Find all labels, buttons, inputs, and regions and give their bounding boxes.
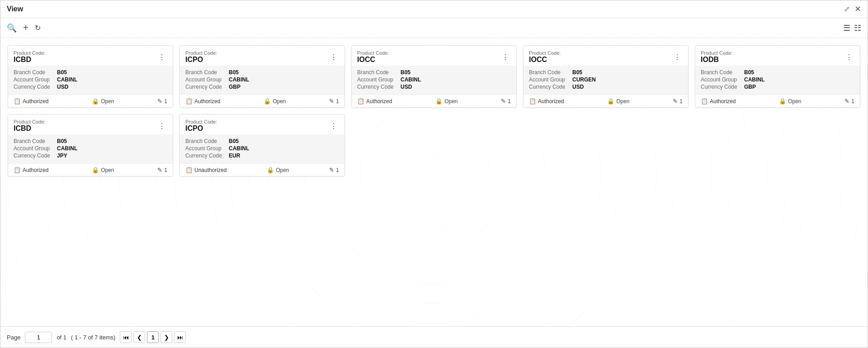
card-open[interactable]: 🔒 Open (264, 98, 286, 105)
account-group-value: CABINL (57, 76, 77, 83)
add-icon[interactable]: + (23, 23, 28, 33)
card-status[interactable]: 📋 Unauthorized (185, 167, 226, 173)
status-icon: 📋 (185, 98, 193, 105)
open-icon: 🔒 (92, 98, 99, 105)
branch-code-value: B05 (57, 69, 67, 76)
status-label: Authorized (194, 98, 220, 105)
toolbar: 🔍 + ↻ ☰ ☷ (0, 18, 868, 38)
status-icon: 📋 (529, 98, 536, 105)
product-code-label: Product Code: (529, 50, 561, 56)
page-range: ( 1 - 7 of 7 items) (71, 334, 115, 341)
card-menu-button[interactable]: ⋮ (156, 52, 167, 62)
next-page-button[interactable]: ❯ (160, 331, 172, 343)
card-open[interactable]: 🔒 Open (607, 98, 629, 105)
card-menu-button[interactable]: ⋮ (328, 121, 339, 131)
currency-code-label: Currency Code (357, 84, 398, 90)
status-icon: 📋 (185, 167, 193, 173)
card-menu-button[interactable]: ⋮ (844, 52, 854, 62)
page-input[interactable] (25, 332, 52, 343)
card-footer: 📋 Authorized 🔒 Open ✎ 1 (8, 95, 173, 107)
title-bar: View ⤢ ✕ (0, 0, 868, 18)
card-menu-button[interactable]: ⋮ (156, 121, 167, 131)
open-icon: 🔒 (435, 98, 443, 105)
branch-code-value: B05 (57, 138, 67, 144)
card-status[interactable]: 📋 Authorized (357, 98, 392, 105)
card-status[interactable]: 📋 Authorized (14, 98, 48, 105)
status-icon: 📋 (14, 98, 21, 105)
card-footer: 📋 Authorized 🔒 Open ✎ 1 (180, 95, 344, 107)
card-status[interactable]: 📋 Authorized (14, 167, 48, 173)
account-group-label: Account Group (701, 76, 741, 83)
refresh-icon[interactable]: ↻ (35, 24, 41, 32)
card-open[interactable]: 🔒 Open (435, 98, 458, 105)
status-icon: 📋 (701, 98, 708, 105)
card-open[interactable]: 🔒 Open (92, 167, 114, 173)
currency-code-value: EUR (229, 153, 240, 159)
card-body: Branch Code B05 Account Group CABINL Cur… (8, 134, 173, 163)
edit-count: 1 (851, 98, 854, 105)
open-label: Open (276, 167, 289, 173)
card-edit[interactable]: ✎ 1 (844, 98, 854, 105)
branch-code-value: B05 (229, 138, 239, 144)
card-edit[interactable]: ✎ 1 (673, 98, 683, 105)
account-group-value: CABINL (401, 76, 421, 83)
status-icon: 📋 (14, 167, 21, 173)
card-footer: 📋 Authorized 🔒 Open ✎ 1 (8, 163, 173, 176)
card: Product Code: ICBD ⋮ Branch Code B05 Acc… (8, 114, 173, 176)
card-menu-button[interactable]: ⋮ (500, 52, 511, 62)
prev-page-button[interactable]: ❮ (133, 331, 145, 343)
product-code-label: Product Code: (357, 50, 389, 56)
card-open[interactable]: 🔒 Open (92, 98, 114, 105)
pagination-bar: Page of 1 ( 1 - 7 of 7 items) ⏮ ❮ 1 ❯ ⏭ (0, 326, 868, 348)
status-label: Authorized (710, 98, 736, 105)
card-open[interactable]: 🔒 Open (267, 167, 289, 173)
card-body: Branch Code B05 Account Group CABINL Cur… (180, 66, 344, 95)
card-status[interactable]: 📋 Authorized (529, 98, 564, 105)
card-footer: 📋 Authorized 🔒 Open ✎ 1 (352, 95, 516, 107)
product-code-value: IOCC (529, 56, 561, 64)
open-label: Open (273, 98, 286, 105)
product-code-label: Product Code: (185, 50, 217, 56)
branch-code-label: Branch Code (185, 138, 226, 144)
card-status[interactable]: 📋 Authorized (185, 98, 220, 105)
card-open[interactable]: 🔒 Open (779, 98, 801, 105)
card-edit[interactable]: ✎ 1 (329, 167, 339, 173)
last-page-button[interactable]: ⏭ (174, 331, 186, 343)
title-bar-controls: ⤢ ✕ (844, 4, 861, 14)
branch-code-value: B05 (572, 69, 582, 76)
card-menu-button[interactable]: ⋮ (328, 52, 339, 62)
card-body: Branch Code B05 Account Group CURGEN Cur… (524, 66, 688, 95)
current-page-button[interactable]: 1 (147, 331, 159, 343)
account-group-value: CABINL (744, 76, 764, 83)
card-footer: 📋 Authorized 🔒 Open ✎ 1 (524, 95, 688, 107)
card-edit[interactable]: ✎ 1 (329, 98, 339, 105)
close-icon[interactable]: ✕ (854, 4, 861, 14)
product-code-value: ICBD (14, 56, 45, 64)
card-body: Branch Code B05 Account Group CABINL Cur… (695, 66, 860, 95)
card-status[interactable]: 📋 Authorized (701, 98, 736, 105)
status-icon: 📋 (357, 98, 364, 105)
window-title: View (7, 5, 23, 13)
card: Product Code: IOCC ⋮ Branch Code B05 Acc… (351, 45, 517, 108)
edit-icon: ✎ (329, 167, 334, 173)
card-edit[interactable]: ✎ 1 (157, 98, 167, 105)
currency-code-label: Currency Code (701, 84, 741, 90)
card-edit[interactable]: ✎ 1 (157, 167, 167, 173)
edit-count: 1 (164, 167, 167, 173)
search-icon[interactable]: 🔍 (7, 23, 17, 33)
card-menu-button[interactable]: ⋮ (672, 52, 683, 62)
open-label: Open (101, 167, 114, 173)
cards-row-1: Product Code: ICBD ⋮ Branch Code B05 Acc… (8, 45, 860, 108)
list-view-icon[interactable]: ☰ (843, 23, 850, 33)
resize-icon[interactable]: ⤢ (844, 5, 850, 13)
branch-code-value: B05 (744, 69, 754, 76)
first-page-button[interactable]: ⏮ (120, 331, 132, 343)
page-label: Page (7, 334, 20, 341)
account-group-label: Account Group (185, 76, 226, 83)
currency-code-label: Currency Code (529, 84, 570, 90)
card-header: Product Code: ICPO ⋮ (180, 46, 344, 66)
card-edit[interactable]: ✎ 1 (501, 98, 511, 105)
grid-view-icon[interactable]: ☷ (854, 23, 861, 33)
currency-code-label: Currency Code (14, 153, 54, 159)
main-window: View ⤢ ✕ 🔍 + ↻ ☰ ☷ Product Code: ICBD ⋮ (0, 0, 868, 348)
